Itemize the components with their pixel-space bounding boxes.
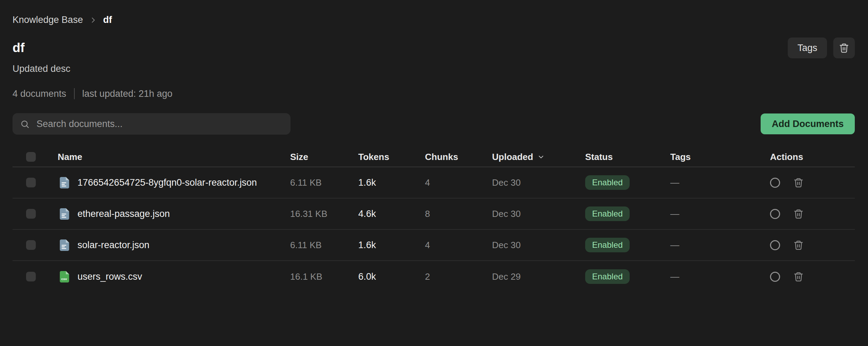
table-row: csv users_rows.csv 16.1 KB 6.0k 2 Dec 29… [13, 261, 855, 292]
status-toggle-icon[interactable] [770, 209, 780, 219]
header-actions: Tags [788, 37, 855, 58]
breadcrumb-current: df [103, 15, 112, 25]
status-badge: Enabled [585, 206, 630, 221]
document-count: 4 documents [13, 88, 66, 99]
last-updated: last updated: 21h ago [82, 88, 173, 99]
meta-divider [74, 88, 75, 99]
size-cell: 16.31 KB [290, 209, 358, 219]
search-icon [20, 119, 30, 129]
column-header-tags: Tags [670, 152, 770, 162]
table-row: csv 1766542654725-8ygfqn0-solar-reactor.… [13, 167, 855, 199]
breadcrumb-root-link[interactable]: Knowledge Base [13, 15, 83, 25]
file-csv-icon: csv [60, 271, 69, 282]
tokens-cell: 4.6k [358, 209, 425, 219]
file-json-icon [60, 239, 69, 251]
file-json-icon [60, 208, 69, 220]
breadcrumb: Knowledge Base df [13, 0, 855, 25]
status-badge: Enabled [585, 238, 630, 252]
tags-cell: — [670, 209, 770, 219]
column-header-uploaded-label: Uploaded [492, 152, 533, 162]
size-cell: 6.11 KB [290, 240, 358, 251]
delete-document-icon[interactable] [793, 271, 804, 282]
column-header-actions: Actions [770, 152, 855, 162]
uploaded-cell: Dec 30 [492, 209, 585, 219]
status-toggle-icon[interactable] [770, 178, 780, 188]
delete-document-icon[interactable] [793, 177, 804, 188]
chunks-cell: 4 [425, 177, 492, 188]
status-badge: Enabled [585, 269, 630, 284]
svg-text:csv: csv [61, 277, 67, 281]
file-json-icon [60, 177, 69, 188]
document-name[interactable]: users_rows.csv [77, 271, 142, 282]
table-row: csv ethereal-passage.json 16.31 KB 4.6k … [13, 199, 855, 230]
column-header-tokens: Tokens [358, 152, 425, 162]
tags-button[interactable]: Tags [788, 37, 827, 58]
tokens-cell: 1.6k [358, 177, 425, 188]
chevron-right-icon [89, 16, 97, 24]
search-input[interactable] [36, 118, 283, 130]
table-header: Name Size Tokens Chunks Uploaded Status … [13, 147, 855, 167]
uploaded-cell: Dec 30 [492, 177, 585, 188]
column-header-name: Name [47, 152, 290, 162]
add-documents-button[interactable]: Add Documents [761, 113, 855, 134]
chunks-cell: 8 [425, 209, 492, 219]
chunks-cell: 2 [425, 271, 492, 282]
uploaded-cell: Dec 30 [492, 240, 585, 251]
row-checkbox[interactable] [26, 240, 36, 250]
tags-cell: — [670, 240, 770, 251]
controls-row: Add Documents [13, 113, 855, 135]
column-header-chunks: Chunks [425, 152, 492, 162]
select-all-checkbox[interactable] [26, 152, 36, 162]
column-header-uploaded-sort[interactable]: Uploaded [492, 152, 545, 162]
trash-icon [839, 43, 849, 53]
document-name[interactable]: ethereal-passage.json [77, 209, 170, 219]
table-row: csv solar-reactor.json 6.11 KB 1.6k 4 De… [13, 230, 855, 261]
documents-table: Name Size Tokens Chunks Uploaded Status … [13, 147, 855, 292]
tokens-cell: 6.0k [358, 271, 425, 282]
document-name[interactable]: 1766542654725-8ygfqn0-solar-reactor.json [77, 177, 257, 188]
tags-cell: — [670, 177, 770, 188]
tokens-cell: 1.6k [358, 240, 425, 251]
row-checkbox[interactable] [26, 209, 36, 219]
status-toggle-icon[interactable] [770, 272, 780, 282]
row-checkbox[interactable] [26, 272, 36, 281]
delete-document-icon[interactable] [793, 209, 804, 219]
size-cell: 6.11 KB [290, 177, 358, 188]
delete-kb-button[interactable] [833, 37, 855, 58]
page-title: df [13, 41, 855, 54]
document-name[interactable]: solar-reactor.json [77, 240, 149, 251]
chunks-cell: 4 [425, 240, 492, 251]
delete-document-icon[interactable] [793, 240, 804, 250]
column-header-size: Size [290, 152, 358, 162]
page-description: Updated desc [13, 63, 855, 74]
uploaded-cell: Dec 29 [492, 271, 585, 282]
status-toggle-icon[interactable] [770, 240, 780, 250]
column-header-status: Status [585, 152, 670, 162]
chevron-down-icon [537, 153, 545, 161]
size-cell: 16.1 KB [290, 271, 358, 282]
tags-cell: — [670, 271, 770, 282]
status-badge: Enabled [585, 175, 630, 190]
meta-row: 4 documents last updated: 21h ago [13, 88, 855, 99]
search-bar[interactable] [13, 113, 290, 135]
table-body: csv 1766542654725-8ygfqn0-solar-reactor.… [13, 167, 855, 292]
row-checkbox[interactable] [26, 178, 36, 187]
